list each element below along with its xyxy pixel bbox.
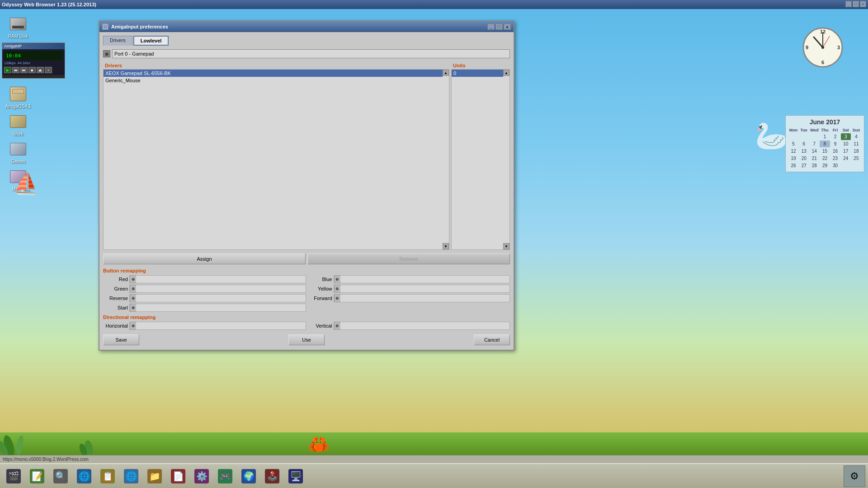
minimize-button[interactable]: _ — [845, 1, 852, 7]
scroll-down-btn[interactable]: ▼ — [443, 243, 449, 249]
taskbar-item-video[interactable]: 🎬 — [3, 465, 24, 487]
tab-lowlevel[interactable]: Lowlevel — [133, 36, 169, 46]
scroll-up-btn[interactable]: ▲ — [443, 70, 449, 76]
eject-btn[interactable]: ⏏ — [37, 67, 44, 73]
blue-input[interactable] — [340, 276, 510, 283]
cal-day-17[interactable]: 17 — [841, 148, 851, 155]
cal-day-23[interactable]: 23 — [830, 155, 840, 162]
taskbar-item-config[interactable]: ⚙️ — [191, 465, 212, 487]
forward-field[interactable]: ⊕ — [334, 294, 510, 302]
dialog-close-button[interactable]: □ — [102, 23, 108, 30]
dialog-minimize-btn[interactable]: _ — [487, 23, 495, 30]
games-icon[interactable]: Games — [4, 140, 33, 164]
units-scroll-down[interactable]: ▼ — [503, 243, 509, 249]
horizontal-input[interactable] — [136, 322, 306, 329]
start-input[interactable] — [136, 304, 306, 311]
stop-btn[interactable]: ■ — [28, 67, 36, 73]
green-field[interactable]: ⊕ — [129, 285, 306, 293]
yellow-input[interactable] — [340, 285, 510, 292]
vertical-field[interactable]: ⊕ — [334, 322, 510, 330]
cal-day-11[interactable]: 11 — [851, 141, 861, 147]
reverse-input[interactable] — [136, 295, 306, 302]
next-btn[interactable]: ⏭ — [20, 67, 28, 73]
cal-day-22[interactable]: 22 — [820, 155, 830, 162]
red-field[interactable]: ⊕ — [129, 275, 306, 283]
horizontal-spin-btn[interactable]: ⊕ — [130, 322, 136, 330]
blue-spin-btn[interactable]: ⊕ — [334, 275, 340, 283]
cal-day-18[interactable]: 18 — [851, 148, 861, 155]
taskbar-end-button[interactable]: ⚙ — [844, 465, 865, 487]
taskbar-item-notes[interactable]: 📝 — [26, 465, 48, 487]
cal-day-2[interactable]: 2 — [830, 133, 840, 140]
cal-day-16[interactable]: 16 — [830, 148, 840, 155]
cal-day-24[interactable]: 24 — [841, 155, 851, 162]
cal-day-6[interactable]: 6 — [799, 141, 809, 147]
cal-day-7[interactable]: 7 — [809, 141, 819, 147]
start-field[interactable]: ⊕ — [129, 304, 306, 312]
start-spin-btn[interactable]: ⊕ — [130, 304, 136, 312]
green-input[interactable] — [136, 285, 306, 292]
cal-day-5[interactable]: 5 — [788, 141, 798, 147]
tab-drivers[interactable]: Drivers — [103, 36, 132, 46]
taskbar-item-globe1[interactable]: 🌐 — [73, 465, 95, 487]
cal-day-4[interactable]: 4 — [851, 133, 861, 140]
maximize-button[interactable]: □ — [853, 1, 859, 7]
taskbar-item-monitor[interactable]: 🖥️ — [285, 465, 307, 487]
unit-item-0[interactable]: 0 — [452, 70, 509, 77]
vertical-spin-btn[interactable]: ⊕ — [334, 322, 340, 330]
taskbar-item-search[interactable]: 🔍 — [50, 465, 71, 487]
cal-day-28[interactable]: 28 — [809, 162, 819, 169]
driver-item-xeox[interactable]: XEOX Gamepad SL-6556-BK — [104, 70, 449, 77]
taskbar-item-folder[interactable]: 📁 — [144, 465, 165, 487]
cal-day-29[interactable]: 29 — [820, 162, 830, 169]
taskbar-item-notepad[interactable]: 📋 — [97, 465, 118, 487]
cal-day-20[interactable]: 20 — [799, 155, 809, 162]
port-selector[interactable]: Port 0 - Gamepad — [112, 49, 510, 58]
yellow-spin-btn[interactable]: ⊕ — [334, 285, 340, 293]
taskbar-item-media[interactable]: 🎮 — [214, 465, 236, 487]
cal-day-14[interactable]: 14 — [809, 148, 819, 155]
cal-day-25[interactable]: 25 — [851, 155, 861, 162]
cal-day-19[interactable]: 19 — [788, 155, 798, 162]
ram-disk-icon[interactable]: RAM Disk — [4, 15, 33, 39]
units-scroll-up[interactable]: ▲ — [503, 70, 509, 76]
cal-day-1[interactable]: 1 — [820, 133, 830, 140]
taskbar-item-browser[interactable]: 🌍 — [238, 465, 259, 487]
use-button[interactable]: Use — [288, 334, 325, 345]
yellow-field[interactable]: ⊕ — [334, 285, 510, 293]
blue-field[interactable]: ⊕ — [334, 275, 510, 283]
reverse-field[interactable]: ⊕ — [129, 294, 306, 302]
red-spin-btn[interactable]: ⊕ — [130, 275, 136, 283]
red-input[interactable] — [136, 276, 306, 283]
cal-day-15[interactable]: 15 — [820, 148, 830, 155]
cal-day-12[interactable]: 12 — [788, 148, 798, 155]
cal-day-13[interactable]: 13 — [799, 148, 809, 155]
cancel-button[interactable]: Cancel — [474, 334, 510, 345]
amigaos-icon[interactable]: AmigaOS4.1 — [4, 85, 33, 109]
vol-up-btn[interactable]: + — [45, 67, 52, 73]
dialog-restore-btn[interactable]: □ — [495, 23, 503, 30]
cal-day-9[interactable]: 9 — [830, 141, 840, 147]
cal-day-10[interactable]: 10 — [841, 141, 851, 147]
green-spin-btn[interactable]: ⊕ — [130, 285, 136, 293]
play-btn[interactable]: ▶ — [4, 67, 11, 73]
taskbar-item-joystick[interactable]: 🕹️ — [261, 465, 283, 487]
cal-day-26[interactable]: 26 — [788, 162, 798, 169]
cal-day-8[interactable]: 8 — [820, 141, 830, 147]
close-button[interactable]: × — [860, 1, 866, 7]
forward-input[interactable] — [340, 295, 510, 302]
horizontal-field[interactable]: ⊕ — [129, 322, 306, 330]
assign-button[interactable]: Assign — [103, 253, 306, 264]
cal-day-30[interactable]: 30 — [830, 162, 840, 169]
cal-day-3[interactable]: 3 — [841, 133, 851, 140]
taskbar-item-pdf[interactable]: 📄 — [167, 465, 189, 487]
vertical-input[interactable] — [340, 322, 510, 329]
dialog-maximize-btn[interactable]: ▲ — [504, 23, 511, 30]
work-icon[interactable]: Work — [4, 113, 33, 136]
taskbar-item-globe2[interactable]: 🌐 — [120, 465, 142, 487]
cal-day-27[interactable]: 27 — [799, 162, 809, 169]
forward-spin-btn[interactable]: ⊕ — [334, 294, 340, 302]
driver-item-mouse[interactable]: Generic_Mouse — [104, 77, 449, 84]
remove-button[interactable]: Remove — [307, 253, 510, 264]
reverse-spin-btn[interactable]: ⊕ — [130, 294, 136, 302]
